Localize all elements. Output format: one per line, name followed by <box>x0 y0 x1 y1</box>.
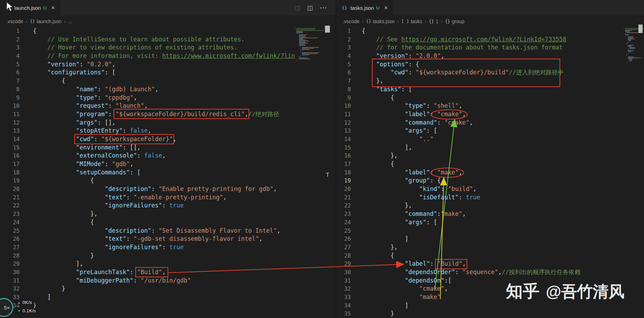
code-line[interactable]: 1{ <box>336 27 624 35</box>
code-line[interactable]: 24 { <box>0 218 295 227</box>
code-line[interactable]: 17 "MIMode": "gdb", <box>0 160 295 168</box>
code-line[interactable]: 12 "command": "cmake", <box>336 119 624 127</box>
code-line[interactable]: 31 "miDebuggerPath": "/usr/bin/gdb" <box>0 277 295 285</box>
code-line[interactable]: 11 "label": "cmake", <box>336 110 624 119</box>
code-line[interactable]: 23 "command":"make", <box>336 210 624 218</box>
code-line[interactable]: 22 "ignoreFailures": true <box>0 201 295 210</box>
code-line[interactable]: 21 "text": "-enable-pretty-printing", <box>0 193 295 202</box>
code-line[interactable]: 25 "description": "Set Disassembly Flavo… <box>0 227 295 235</box>
line-number[interactable]: 28 <box>336 252 351 260</box>
code-line[interactable]: 18 "setupCommands": [ <box>0 168 295 177</box>
line-number[interactable]: 18 <box>0 168 20 177</box>
line-number[interactable]: 15 <box>0 144 20 152</box>
line-number[interactable]: 20 <box>336 185 351 193</box>
line-number[interactable]: 32 <box>0 285 20 293</box>
line-number[interactable]: 1 <box>336 27 351 35</box>
line-number[interactable]: 7 <box>0 77 20 85</box>
code-line[interactable]: 20 "kind": "build", <box>336 185 624 193</box>
line-number[interactable]: 11 <box>336 110 351 119</box>
line-number[interactable]: 8 <box>336 85 351 94</box>
tab-tasks-json[interactable]: {} tasks.json U × <box>336 0 394 15</box>
line-number[interactable]: 21 <box>336 193 351 202</box>
code-line[interactable]: 7 }, <box>336 77 624 85</box>
line-number[interactable]: 14 <box>336 135 351 144</box>
line-number[interactable]: 8 <box>0 85 20 94</box>
line-number[interactable]: 33 <box>336 293 351 302</box>
minimap[interactable] <box>624 27 644 167</box>
code-line[interactable]: 32 } <box>0 285 295 293</box>
code-line[interactable]: 10 "request": "launch", <box>0 102 295 110</box>
line-number[interactable]: 12 <box>0 119 20 127</box>
minimap[interactable] <box>295 27 324 167</box>
line-number[interactable]: 17 <box>336 160 351 168</box>
line-number[interactable]: 25 <box>0 227 20 235</box>
code-line[interactable]: 2 // See https://go.microsoft.com/fwlink… <box>336 35 624 44</box>
code-line[interactable]: 14 ".." <box>336 135 624 144</box>
line-number[interactable]: 29 <box>0 260 20 268</box>
line-number[interactable]: 9 <box>0 94 20 102</box>
line-number[interactable]: 6 <box>0 68 20 77</box>
code-line[interactable]: 5 "version": "0.2.0", <box>0 60 295 69</box>
code-line[interactable]: 10 "type": "shell", <box>336 102 624 110</box>
close-icon[interactable]: × <box>384 5 388 11</box>
line-number[interactable]: 5 <box>0 60 20 69</box>
line-number[interactable]: 15 <box>336 144 351 152</box>
line-number[interactable]: 31 <box>0 277 20 285</box>
more-actions-icon[interactable]: ⋯ <box>320 4 327 12</box>
open-changes-icon[interactable]: ◫ <box>294 4 300 12</box>
code-line[interactable]: 5 "options": { <box>336 60 624 69</box>
close-icon[interactable]: × <box>51 5 55 11</box>
line-number[interactable]: 19 <box>336 177 351 185</box>
line-number[interactable]: 19 <box>0 177 20 185</box>
line-number[interactable]: 11 <box>0 110 20 119</box>
code-line[interactable]: 25 <box>336 227 624 235</box>
code-line[interactable]: 29 "label": "Build", <box>336 260 624 268</box>
code-line[interactable]: 15 "environment": [], <box>0 144 295 152</box>
line-number[interactable]: 12 <box>336 119 351 127</box>
breadcrumb-item[interactable]: .vscode <box>343 19 359 24</box>
code-editor-tasks-json[interactable]: 1{2 // See https://go.microsoft.com/fwli… <box>336 27 624 318</box>
line-number[interactable]: 23 <box>336 210 351 218</box>
breadcrumb-item[interactable]: {}1 <box>429 19 438 24</box>
line-number[interactable]: 23 <box>0 210 20 218</box>
code-line[interactable]: 27 "ignoreFailures": true <box>0 243 295 252</box>
code-line[interactable]: 4 // For more information, visit: https:… <box>0 52 295 60</box>
line-number[interactable]: 25 <box>336 227 351 235</box>
line-number[interactable]: 30 <box>0 268 20 277</box>
code-line[interactable]: 18 "label": "make", <box>336 168 624 177</box>
line-number[interactable]: 4 <box>336 52 351 60</box>
code-line[interactable]: 20 "description": "Enable pretty-printin… <box>0 185 295 193</box>
line-number[interactable]: 7 <box>336 77 351 85</box>
breadcrumb-item[interactable]: [ ]tasks <box>401 19 422 24</box>
line-number[interactable]: 5 <box>336 60 351 69</box>
code-line[interactable]: 3 // Hover to view descriptions of exist… <box>0 44 295 52</box>
code-line[interactable]: 29 ], <box>0 260 295 268</box>
code-line[interactable]: 23 }, <box>0 210 295 218</box>
line-number[interactable]: 26 <box>0 235 20 243</box>
speed-badge[interactable]: 5× <box>0 298 13 317</box>
code-line[interactable]: 8 "tasks": [ <box>336 85 624 94</box>
line-number[interactable]: 2 <box>0 35 20 44</box>
line-number[interactable]: 35 <box>336 310 351 318</box>
code-line[interactable]: 8 "name": "(gdb) Launch", <box>0 85 295 94</box>
line-number[interactable]: 24 <box>336 218 351 227</box>
code-line[interactable]: 19 { <box>0 177 295 185</box>
line-number[interactable]: 27 <box>0 243 20 252</box>
breadcrumb-item[interactable]: {}launch.json <box>30 19 61 24</box>
tab-launch-json[interactable]: {} launch.json U × <box>0 0 61 15</box>
code-line[interactable]: 12 "args": [], <box>0 119 295 127</box>
code-line[interactable]: 35 } <box>336 310 624 318</box>
line-number[interactable]: 10 <box>336 102 351 110</box>
code-line[interactable]: 7 { <box>0 77 295 85</box>
code-line[interactable]: 30 "preLaunchTask": "Build", <box>0 268 295 277</box>
code-line[interactable]: 11 "program": "${workspaceFolder}/build/… <box>0 110 295 119</box>
code-line[interactable]: 6 "cwd": "${workspaceFolder}/build"//进入到… <box>336 68 624 77</box>
code-line[interactable]: 30 "dependsOrder": "sequence",//按列出的顺序执行… <box>336 268 624 277</box>
line-number[interactable]: 28 <box>0 252 20 260</box>
code-line[interactable]: 4 "version": "2.0.0", <box>336 52 624 60</box>
line-number[interactable]: 6 <box>336 68 351 77</box>
code-line[interactable]: 13 "args": [ <box>336 127 624 135</box>
code-line[interactable]: 6 "configurations": [ <box>0 68 295 77</box>
line-number[interactable]: 30 <box>336 268 351 277</box>
line-number[interactable]: 1 <box>0 27 20 35</box>
